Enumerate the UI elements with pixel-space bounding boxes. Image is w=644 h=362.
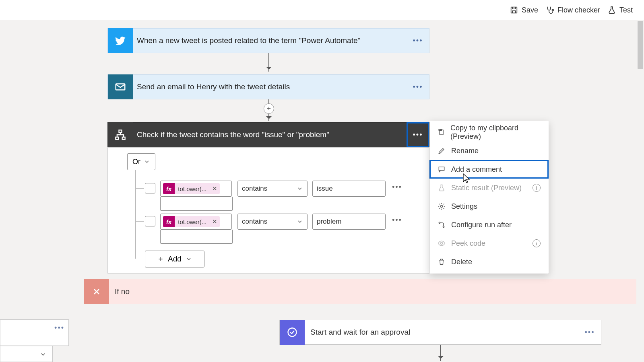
expression-field[interactable]: fx toLower(... ✕ [160, 214, 232, 230]
trigger-more-button[interactable]: ••• [407, 28, 429, 53]
condition-title: Check if the tweet contains the word "is… [133, 130, 329, 139]
token-remove-button[interactable]: ✕ [210, 185, 220, 192]
add-row-button[interactable]: Add [145, 251, 204, 267]
menu-run-after[interactable]: Configure run after [429, 216, 549, 234]
scrollbar-thumb[interactable] [638, 21, 643, 69]
email-more-button[interactable]: ••• [407, 74, 429, 99]
chevron-down-icon [186, 256, 192, 262]
flask-icon [438, 184, 446, 192]
test-button[interactable]: Test [607, 6, 633, 14]
chevron-down-icon [39, 351, 47, 358]
row-checkbox[interactable] [145, 183, 155, 193]
menu-copy-label: Copy to my clipboard (Preview) [450, 124, 541, 141]
operator-dropdown[interactable]: contains [237, 181, 308, 197]
save-label: Save [522, 6, 538, 14]
close-icon [84, 279, 109, 304]
trigger-card[interactable]: When a new tweet is posted related to th… [107, 28, 429, 53]
stethoscope-icon [545, 6, 554, 14]
email-card[interactable]: Send an email to Henry with the tweet de… [107, 74, 429, 99]
expression-field[interactable]: fx toLower(... ✕ [160, 181, 232, 197]
group-operator-label: Or [132, 158, 140, 166]
menu-settings[interactable]: Settings [429, 197, 549, 216]
flow-canvas[interactable]: When a new tweet is posted related to th… [0, 21, 637, 362]
condition-row: fx toLower(... ✕ contains issue ••• [145, 181, 404, 211]
menu-add-comment[interactable]: Add a comment [429, 160, 549, 179]
menu-peek-code: Peek code i [429, 234, 549, 253]
fx-icon: fx [163, 216, 175, 227]
twitter-icon [108, 28, 133, 53]
approval-icon [280, 320, 305, 345]
operator-label: contains [242, 185, 267, 193]
connector-arrow [268, 53, 269, 72]
flow-checker-label: Flow checker [557, 6, 600, 14]
token-text: toLower(... [175, 218, 210, 225]
menu-rename-label: Rename [451, 147, 479, 155]
value-text: problem [317, 218, 341, 226]
trigger-title: When a new tweet is posted related to th… [133, 36, 360, 45]
flask-icon [607, 6, 616, 14]
menu-delete-label: Delete [451, 258, 472, 266]
gear-icon [438, 202, 446, 210]
trash-icon [438, 258, 446, 266]
vertical-scrollbar[interactable] [637, 21, 644, 362]
save-button[interactable]: Save [510, 6, 538, 14]
clipboard-icon [438, 128, 445, 136]
menu-static-result: Static result (Preview) i [429, 179, 549, 197]
insert-step-button[interactable]: + [264, 103, 274, 114]
tree-line [135, 221, 144, 222]
save-icon [510, 6, 518, 14]
svg-point-11 [443, 226, 444, 227]
eye-icon [438, 239, 446, 247]
svg-point-1 [552, 9, 553, 11]
expression-token: fx toLower(... ✕ [163, 216, 220, 227]
svg-rect-3 [119, 130, 122, 132]
expression-token: fx toLower(... ✕ [163, 183, 220, 194]
svg-point-9 [441, 206, 443, 208]
row-more-button[interactable]: ••• [390, 181, 404, 194]
partial-dropdown[interactable] [0, 346, 53, 362]
approval-more-button[interactable]: ••• [578, 328, 601, 337]
menu-static-result-label: Static result (Preview) [451, 184, 522, 192]
tree-line [135, 170, 136, 259]
svg-point-10 [439, 222, 440, 223]
chevron-down-icon [144, 158, 150, 165]
approval-title: Start and wait for an approval [305, 328, 410, 337]
value-field[interactable]: problem [312, 214, 386, 230]
partial-card-more-button[interactable]: ••• [54, 324, 64, 332]
partial-card[interactable]: ••• [0, 319, 69, 346]
flow-checker-button[interactable]: Flow checker [545, 6, 600, 14]
token-remove-button[interactable]: ✕ [210, 218, 220, 225]
tree-line [135, 188, 144, 189]
menu-add-comment-label: Add a comment [451, 165, 502, 174]
svg-point-6 [288, 328, 297, 337]
condition-card-header[interactable]: Check if the tweet contains the word "is… [107, 122, 429, 147]
fx-icon: fx [163, 183, 175, 194]
menu-rename[interactable]: Rename [429, 142, 549, 160]
info-icon[interactable]: i [533, 184, 541, 192]
row-more-button[interactable]: ••• [390, 214, 404, 227]
menu-run-after-label: Configure run after [451, 221, 512, 229]
token-text: toLower(... [175, 185, 210, 192]
toolbar: Save Flow checker Test [0, 0, 644, 20]
row-checkbox[interactable] [145, 216, 155, 226]
if-no-branch[interactable]: If no [84, 279, 636, 304]
if-no-title: If no [109, 287, 130, 296]
condition-more-button[interactable]: ••• [407, 122, 429, 147]
menu-delete[interactable]: Delete [429, 253, 549, 271]
svg-rect-4 [116, 137, 118, 140]
info-icon[interactable]: i [533, 239, 541, 247]
condition-row: fx toLower(... ✕ contains problem ••• [145, 214, 404, 244]
group-operator-dropdown[interactable]: Or [127, 153, 155, 170]
menu-peek-code-label: Peek code [451, 239, 485, 248]
menu-copy[interactable]: Copy to my clipboard (Preview) [429, 123, 549, 142]
approval-card[interactable]: Start and wait for an approval ••• [279, 320, 601, 345]
svg-rect-0 [511, 7, 517, 13]
add-label: Add [168, 255, 182, 263]
operator-dropdown[interactable]: contains [237, 214, 308, 230]
chevron-down-icon [297, 185, 303, 192]
comment-icon [438, 165, 446, 173]
email-title: Send an email to Henry with the tweet de… [133, 82, 290, 91]
value-field[interactable]: issue [312, 181, 386, 197]
branch-icon [438, 221, 446, 229]
chevron-down-icon [297, 218, 303, 225]
